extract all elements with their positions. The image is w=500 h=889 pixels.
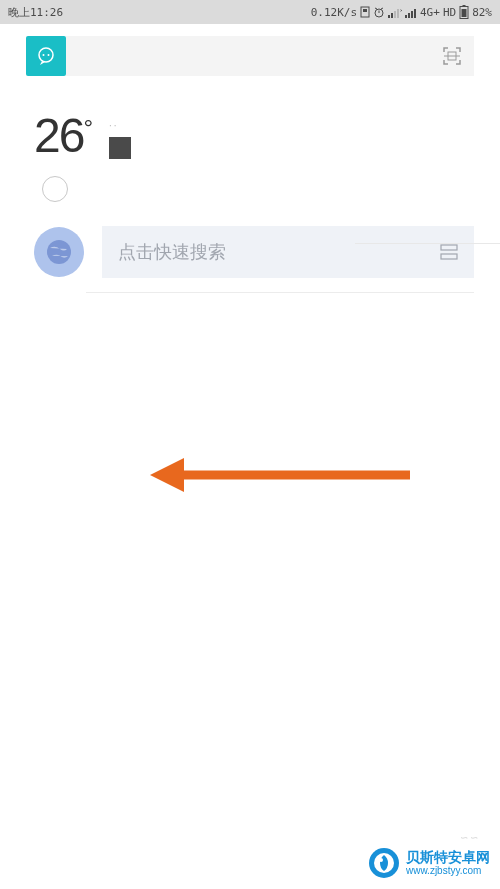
svg-rect-24 [441, 245, 457, 250]
svg-rect-12 [408, 13, 410, 18]
page-indicator: ∽∽ [460, 832, 480, 843]
svg-line-5 [381, 8, 383, 9]
status-battery: 82% [472, 6, 492, 19]
circle-indicator[interactable] [42, 176, 68, 202]
scan-icon[interactable] [442, 46, 462, 66]
status-bar: 晚上11:26 0.12K/s ✕ 4G+ HD 82% [0, 0, 500, 24]
svg-text:✕: ✕ [400, 7, 402, 13]
svg-rect-7 [391, 13, 393, 18]
search-input[interactable]: 点击快速搜索 [102, 226, 474, 278]
chat-icon [35, 45, 57, 67]
svg-rect-1 [363, 9, 367, 12]
arrow-annotation [150, 455, 410, 495]
alarm-icon [373, 6, 385, 18]
svg-rect-14 [414, 9, 416, 18]
top-bar [0, 24, 500, 88]
sim-icon [360, 6, 370, 18]
watermark: 贝斯特安卓网 www.zjbstyy.com [368, 847, 490, 879]
weather-condition-icon [109, 137, 131, 159]
svg-point-30 [379, 858, 383, 862]
battery-icon [459, 5, 469, 19]
svg-rect-25 [441, 254, 457, 259]
indicator-row [26, 170, 474, 216]
section-divider [86, 292, 474, 293]
divider [355, 243, 500, 244]
watermark-url: www.zjbstyy.com [406, 865, 490, 876]
svg-rect-11 [405, 15, 407, 18]
signal-2-icon [405, 7, 417, 18]
status-network: 4G+ [420, 6, 440, 19]
watermark-logo-icon [368, 847, 400, 879]
top-search-bar[interactable] [66, 36, 474, 76]
status-speed: 0.12K/s [311, 6, 357, 19]
svg-point-23 [47, 240, 71, 264]
svg-marker-27 [150, 458, 184, 492]
globe-icon [45, 238, 73, 266]
svg-point-20 [48, 54, 50, 56]
app-icon[interactable] [26, 36, 66, 76]
svg-rect-8 [394, 11, 396, 18]
status-hd: HD [443, 6, 456, 19]
globe-button[interactable] [34, 227, 84, 277]
svg-point-18 [39, 48, 53, 62]
weather-widget[interactable]: 26° ·· [26, 88, 474, 170]
weather-dots: ·· [109, 120, 131, 131]
svg-point-19 [43, 54, 45, 56]
svg-line-4 [375, 8, 377, 9]
temperature: 26° [34, 112, 91, 160]
status-time: 晚上11:26 [8, 5, 63, 20]
svg-rect-9 [397, 9, 399, 18]
signal-1-icon: ✕ [388, 7, 402, 18]
svg-rect-17 [462, 9, 467, 17]
svg-rect-13 [411, 11, 413, 18]
svg-rect-6 [388, 15, 390, 18]
scan-barcode-icon[interactable] [440, 244, 458, 260]
search-section: 点击快速搜索 [26, 216, 474, 292]
watermark-title: 贝斯特安卓网 [406, 850, 490, 865]
